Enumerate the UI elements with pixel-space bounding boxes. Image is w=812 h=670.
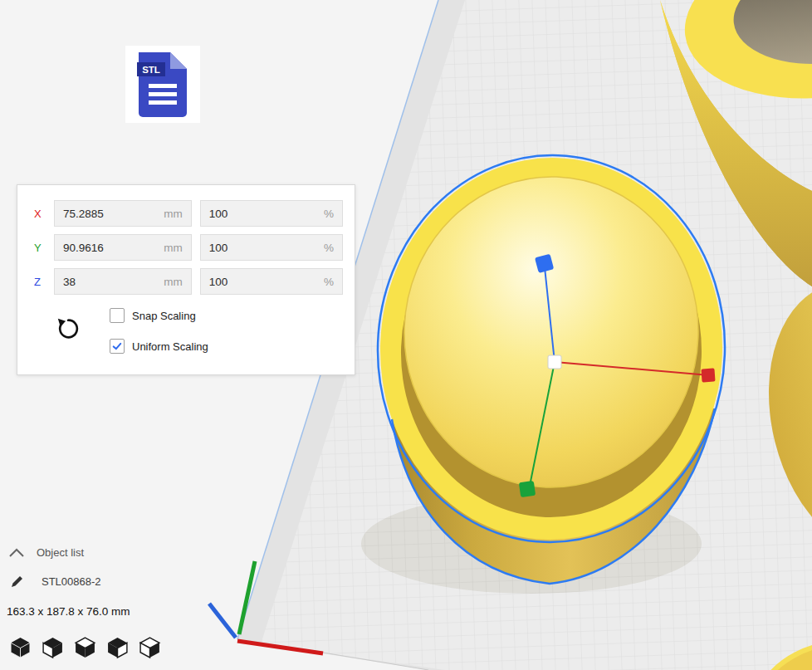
view-right-icon bbox=[139, 636, 161, 659]
pencil-icon bbox=[10, 574, 25, 589]
scale-row-z: Z 38 mm 100 % bbox=[26, 268, 343, 295]
axis-x-label: X bbox=[34, 208, 46, 220]
object-item-name: STL00868-2 bbox=[42, 575, 101, 588]
scale-panel-controls: Snap Scaling Uniform Scaling bbox=[26, 306, 343, 367]
snap-scaling-row: Snap Scaling bbox=[110, 306, 208, 325]
gizmo-center-handle[interactable] bbox=[548, 355, 561, 369]
view-right-button[interactable] bbox=[138, 636, 161, 661]
scale-y-percent-unit: % bbox=[324, 242, 334, 254]
scale-tool-panel: X 75.2885 mm 100 % Y 90.9616 mm 100 % Z … bbox=[17, 184, 355, 375]
scale-x-unit: mm bbox=[164, 208, 183, 220]
scale-x-percent-unit: % bbox=[324, 208, 334, 220]
scale-x-value: 75.2885 bbox=[63, 208, 104, 220]
model-dimensions: 163.3 x 187.8 x 76.0 mm bbox=[7, 605, 130, 618]
object-list-label: Object list bbox=[37, 546, 84, 559]
scale-handle-x[interactable] bbox=[701, 368, 715, 382]
view-top-button[interactable] bbox=[73, 636, 96, 661]
scale-x-percent-value: 100 bbox=[209, 208, 228, 220]
checkmark-icon bbox=[111, 340, 123, 352]
view-3d-icon bbox=[9, 636, 32, 659]
uniform-scaling-row: Uniform Scaling bbox=[110, 336, 208, 356]
scale-y-unit: mm bbox=[164, 242, 183, 254]
scale-row-y: Y 90.9616 mm 100 % bbox=[26, 234, 343, 261]
view-front-button[interactable] bbox=[41, 636, 64, 661]
axis-z-label: Z bbox=[34, 276, 46, 288]
stl-file-icon: STL bbox=[125, 46, 200, 123]
uniform-scaling-label[interactable]: Uniform Scaling bbox=[132, 340, 208, 353]
uniform-scaling-checkbox[interactable] bbox=[110, 339, 125, 354]
scale-z-unit: mm bbox=[164, 276, 183, 288]
scale-y-size-field[interactable]: 90.9616 mm bbox=[54, 234, 192, 261]
scale-handle-y[interactable] bbox=[519, 481, 536, 497]
scale-y-value: 90.9616 bbox=[63, 242, 104, 254]
snap-scaling-label[interactable]: Snap Scaling bbox=[132, 310, 196, 322]
view-3d-button[interactable] bbox=[8, 636, 32, 661]
stl-label: STL bbox=[142, 65, 160, 75]
scale-z-percent-value: 100 bbox=[209, 276, 228, 288]
scale-z-value: 38 bbox=[63, 276, 76, 288]
scale-z-size-field[interactable]: 38 mm bbox=[54, 268, 192, 295]
camera-view-toolbar bbox=[8, 636, 161, 661]
view-top-icon bbox=[74, 636, 96, 659]
folded-corner bbox=[170, 52, 187, 69]
view-left-button[interactable] bbox=[105, 636, 129, 661]
reset-scale-button[interactable] bbox=[54, 315, 82, 344]
scale-x-percent-field[interactable]: 100 % bbox=[200, 200, 343, 227]
object-list-item[interactable]: STL00868-2 bbox=[10, 574, 101, 589]
object-list-toggle[interactable]: Object list bbox=[8, 546, 84, 559]
chevron-up-icon bbox=[8, 548, 25, 558]
reset-icon bbox=[56, 316, 81, 341]
scale-y-percent-value: 100 bbox=[209, 242, 228, 254]
view-front-icon bbox=[42, 636, 64, 659]
scale-y-percent-field[interactable]: 100 % bbox=[200, 234, 343, 261]
axis-y-label: Y bbox=[34, 242, 46, 254]
scale-x-size-field[interactable]: 75.2885 mm bbox=[54, 200, 192, 227]
snap-scaling-checkbox[interactable] bbox=[110, 308, 125, 323]
scale-z-percent-unit: % bbox=[324, 276, 334, 288]
view-left-icon bbox=[106, 636, 129, 659]
scale-z-percent-field[interactable]: 100 % bbox=[200, 268, 343, 295]
scale-row-x: X 75.2885 mm 100 % bbox=[26, 200, 343, 227]
